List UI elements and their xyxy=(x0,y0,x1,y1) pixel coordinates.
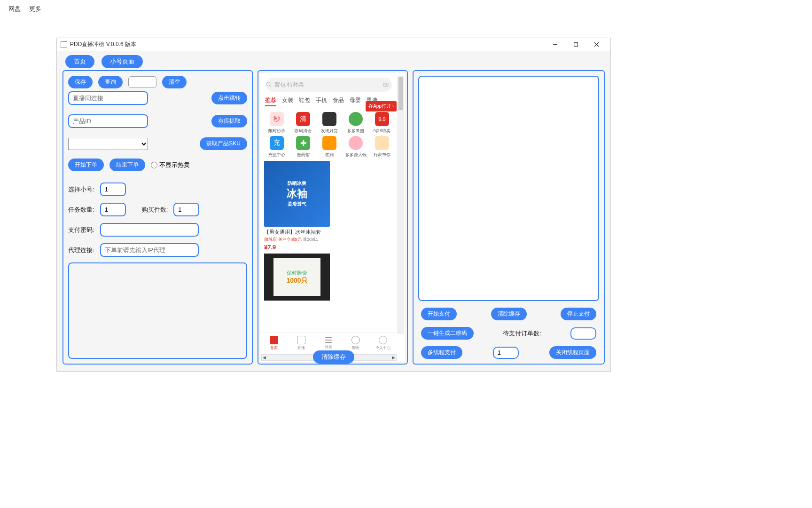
menu-item-netdisk[interactable]: 网盘 xyxy=(8,5,21,13)
menu-item-more[interactable]: 更多 xyxy=(29,5,41,13)
